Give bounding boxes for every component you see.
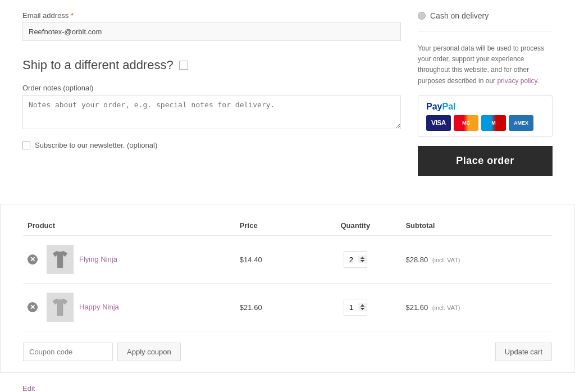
cash-delivery-label: Cash on delivery (430, 11, 489, 20)
table-row: ✕ Flying Ninja $14.40 $28.80 (incl. VAT) (23, 235, 552, 284)
ship-different-checkbox[interactable] (179, 61, 188, 70)
mastercard-logo: MC (454, 115, 478, 131)
ship-heading-text: Ship to a different address? (22, 58, 174, 72)
product-name-link[interactable]: Happy Ninja (79, 303, 119, 311)
cash-delivery-radio[interactable] (418, 12, 426, 20)
place-order-button[interactable]: Place order (418, 146, 553, 176)
remove-item-button[interactable]: ✕ (28, 302, 38, 312)
price-col-header: Price (235, 216, 309, 236)
apply-coupon-button[interactable]: Apply coupon (117, 343, 181, 361)
quantity-col-header: Quantity (309, 216, 401, 236)
product-thumbnail (47, 293, 74, 322)
product-price: $21.60 (235, 284, 309, 331)
card-logos: VISA MC M AMEX (426, 115, 544, 131)
required-indicator: * (71, 11, 74, 20)
newsletter-checkbox[interactable] (22, 142, 30, 149)
email-label: Email address * (22, 11, 401, 20)
newsletter-label: Subscribe to our newsletter. (optional) (35, 141, 157, 149)
visa-logo: VISA (426, 115, 451, 131)
payment-logos-box: PayPal VISA MC M AMEX (418, 95, 553, 137)
product-price: $14.40 (235, 235, 309, 284)
paypal-logo: PayPal (426, 102, 544, 112)
coupon-input[interactable] (23, 343, 113, 361)
maestro-logo: M (481, 115, 506, 131)
privacy-policy-link[interactable]: privacy policy (497, 77, 537, 85)
product-subtotal: $21.60 (incl. VAT) (401, 284, 552, 331)
quantity-input[interactable] (344, 299, 367, 316)
product-col-header: Product (23, 216, 235, 236)
product-name-link[interactable]: Flying Ninja (79, 255, 117, 263)
product-subtotal: $28.80 (incl. VAT) (401, 235, 552, 284)
quantity-input[interactable] (344, 251, 367, 268)
update-cart-button[interactable]: Update cart (495, 343, 552, 361)
email-input[interactable] (22, 22, 401, 41)
table-row: ✕ Happy Ninja $21.60 $21.60 (incl. VAT) (23, 284, 552, 331)
product-thumbnail (47, 245, 74, 274)
order-notes-textarea[interactable] (22, 95, 401, 129)
order-notes-label: Order notes (optional) (22, 84, 401, 92)
edit-link[interactable]: Edit (0, 373, 575, 392)
cart-table: Product Price Quantity Subtotal ✕ Flying… (23, 216, 552, 332)
remove-item-button[interactable]: ✕ (28, 254, 38, 265)
subtotal-col-header: Subtotal (401, 216, 552, 236)
privacy-text: Your personal data will be used to proce… (418, 43, 553, 86)
amex-logo: AMEX (509, 115, 533, 131)
